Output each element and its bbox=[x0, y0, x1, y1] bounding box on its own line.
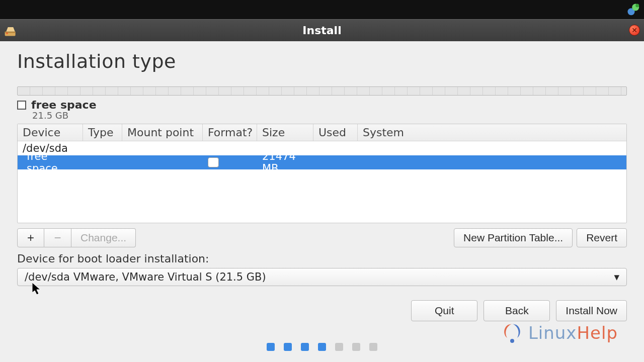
app-icon bbox=[3, 23, 18, 38]
cell-format bbox=[203, 155, 257, 169]
bootloader-label: Device for boot loader installation: bbox=[17, 252, 627, 265]
quit-button[interactable]: Quit bbox=[411, 300, 477, 321]
partition-toolbar: + − Change... New Partition Table... Rev… bbox=[17, 228, 627, 247]
col-used[interactable]: Used bbox=[313, 124, 358, 141]
svg-point-2 bbox=[635, 4, 639, 8]
col-type[interactable]: Type bbox=[83, 124, 122, 141]
desktop: Install ✕ Installation type free space 2… bbox=[0, 0, 644, 362]
step-dot bbox=[301, 343, 309, 351]
revert-button[interactable]: Revert bbox=[577, 228, 627, 247]
network-status-icon[interactable] bbox=[626, 2, 640, 16]
step-dot bbox=[284, 343, 292, 351]
col-format[interactable]: Format? bbox=[203, 124, 257, 141]
bootloader-value: /dev/sda VMware, VMware Virtual S (21.5 … bbox=[25, 271, 266, 283]
wizard-nav: Quit Back Install Now bbox=[17, 300, 627, 321]
svg-point-6 bbox=[6, 32, 8, 34]
watermark-logo: LinuxHelp bbox=[501, 322, 618, 344]
step-dot bbox=[318, 343, 326, 351]
install-now-button[interactable]: Install Now bbox=[556, 300, 627, 321]
partition-table: Device Type Mount point Format? Size Use… bbox=[17, 124, 627, 223]
step-indicator bbox=[267, 343, 377, 351]
disk-usage-bar[interactable] bbox=[17, 86, 627, 96]
change-partition-button[interactable]: Change... bbox=[71, 228, 136, 247]
col-size[interactable]: Size bbox=[257, 124, 313, 141]
back-button[interactable]: Back bbox=[484, 300, 550, 321]
bootloader-device-select[interactable]: /dev/sda VMware, VMware Virtual S (21.5 … bbox=[17, 268, 627, 286]
installer-window: Installation type free space 21.5 GB Dev… bbox=[0, 41, 644, 362]
table-header: Device Type Mount point Format? Size Use… bbox=[18, 124, 626, 141]
svg-rect-4 bbox=[5, 31, 16, 33]
brand-linux: Linux bbox=[528, 323, 577, 343]
col-system[interactable]: System bbox=[358, 124, 626, 141]
logo-icon bbox=[501, 322, 523, 344]
window-titlebar: Install ✕ bbox=[0, 19, 644, 41]
step-dot bbox=[369, 343, 377, 351]
legend-swatch-icon bbox=[17, 101, 26, 110]
top-panel bbox=[0, 0, 644, 19]
svg-marker-5 bbox=[6, 27, 15, 32]
new-partition-table-button[interactable]: New Partition Table... bbox=[454, 228, 573, 247]
legend-size: 21.5 GB bbox=[32, 110, 627, 121]
legend-label: free space bbox=[31, 99, 97, 111]
brand-help: Help bbox=[577, 323, 618, 343]
remove-partition-button[interactable]: − bbox=[44, 228, 71, 247]
col-mount[interactable]: Mount point bbox=[122, 124, 203, 141]
add-partition-button[interactable]: + bbox=[17, 228, 44, 247]
table-row[interactable]: free space 21474 MB bbox=[18, 155, 626, 169]
step-dot bbox=[335, 343, 343, 351]
table-row[interactable]: /dev/sda bbox=[18, 141, 626, 155]
step-dot bbox=[352, 343, 360, 351]
disk-legend: free space bbox=[17, 99, 627, 111]
window-title: Install bbox=[302, 24, 341, 37]
svg-point-7 bbox=[510, 339, 514, 343]
cell-device: free space bbox=[18, 155, 83, 169]
cell-size: 21474 MB bbox=[257, 155, 313, 169]
step-dot bbox=[267, 343, 275, 351]
page-title: Installation type bbox=[17, 50, 627, 72]
col-device[interactable]: Device bbox=[18, 124, 83, 141]
close-icon[interactable]: ✕ bbox=[629, 25, 640, 36]
checkbox-icon[interactable] bbox=[208, 157, 219, 167]
chevron-down-icon: ▾ bbox=[614, 271, 619, 283]
